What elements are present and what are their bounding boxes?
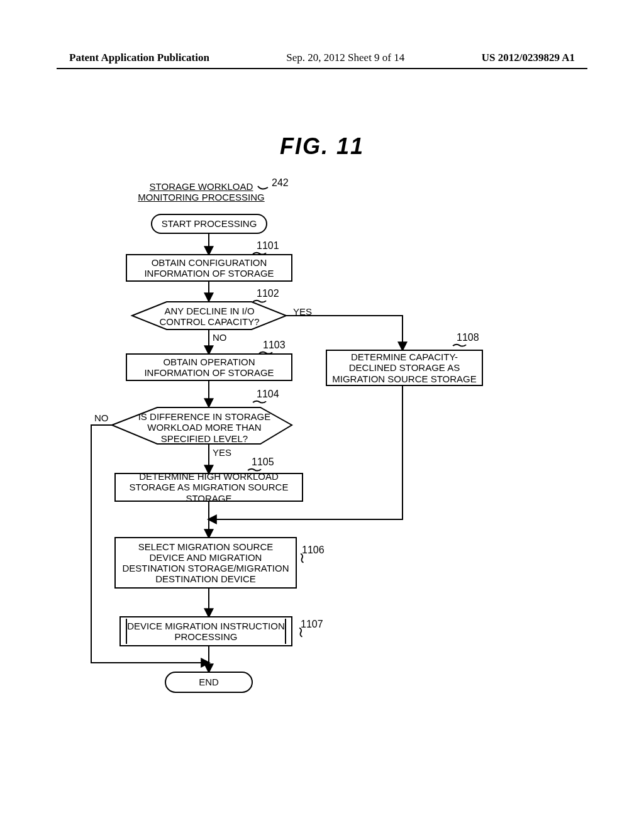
step-1107-inner: DEVICE MIGRATION INSTRUCTION PROCESSING (126, 619, 286, 644)
page-header: Patent Application Publication Sep. 20, … (69, 52, 575, 64)
squiggle-1103: 〜 (258, 346, 274, 361)
process-title-text: STORAGE WORKLOAD MONITORING PROCESSING (136, 181, 267, 203)
step-1108: DETERMINE CAPACITY-DECLINED STORAGE AS M… (326, 350, 483, 386)
header-right: US 2012/0239829 A1 (482, 52, 575, 64)
start-label: START PROCESSING (162, 218, 257, 229)
label-1104-yes: YES (213, 447, 231, 458)
squiggle-1107: 〜 (292, 626, 309, 639)
process-title-ref: 242 (272, 177, 289, 189)
figure-title: FIG. 11 (0, 133, 644, 160)
header-rule (57, 68, 587, 69)
step-1104-text: IS DIFFERENCE IN STORAGE WORKLOAD MORE T… (130, 411, 279, 444)
end-terminator: END (165, 672, 253, 693)
squiggle-1105: 〜 (247, 463, 262, 478)
squiggle-1101: 〜 (252, 246, 267, 262)
squiggle-1106: 〜 (293, 551, 310, 565)
start-terminator: START PROCESSING (151, 214, 267, 234)
process-title: STORAGE WORKLOAD MONITORING PROCESSING (132, 179, 270, 206)
label-1102-yes: YES (293, 306, 312, 317)
label-1102-no: NO (213, 332, 227, 343)
squiggle-1102: 〜 (252, 294, 267, 309)
step-1105: DETERMINE HIGH WORKLOAD STORAGE AS MIGRA… (114, 473, 303, 502)
step-1104: IS DIFFERENCE IN STORAGE WORKLOAD MORE T… (126, 409, 283, 446)
squiggle-1104: 〜 (252, 395, 267, 410)
header-left: Patent Application Publication (69, 52, 209, 64)
squiggle-1108: 〜 (452, 338, 467, 353)
step-1108-text: DETERMINE CAPACITY-DECLINED STORAGE AS M… (331, 351, 478, 384)
step-1107: DEVICE MIGRATION INSTRUCTION PROCESSING (119, 616, 292, 646)
step-1106-text: SELECT MIGRATION SOURCE DEVICE AND MIGRA… (119, 541, 292, 585)
step-1105-text: DETERMINE HIGH WORKLOAD STORAGE AS MIGRA… (119, 471, 298, 504)
step-1107-text: DEVICE MIGRATION INSTRUCTION PROCESSING (127, 621, 285, 643)
label-1104-no: NO (94, 412, 109, 423)
header-center: Sep. 20, 2012 Sheet 9 of 14 (286, 52, 404, 64)
step-1102-text: ANY DECLINE IN I/O CONTROL CAPACITY? (153, 306, 265, 328)
step-1106: SELECT MIGRATION SOURCE DEVICE AND MIGRA… (114, 537, 297, 589)
end-label: END (199, 677, 219, 687)
page-root: { "header": { "left": "Patent Applicatio… (0, 0, 644, 830)
